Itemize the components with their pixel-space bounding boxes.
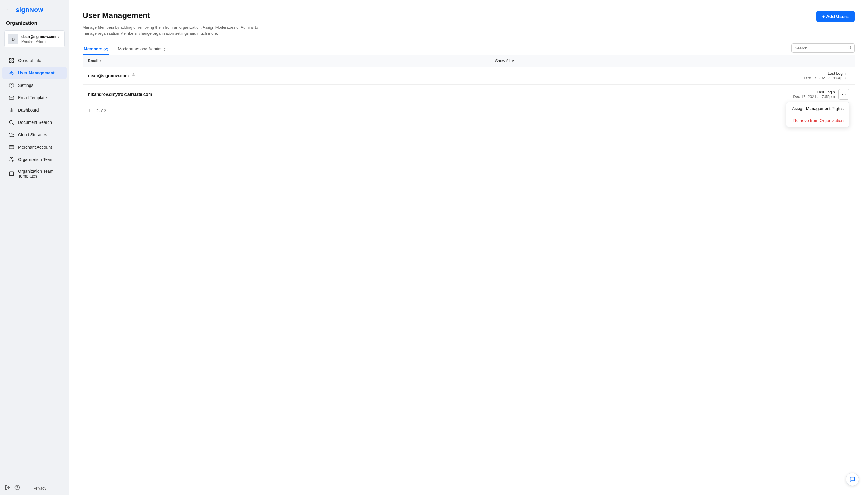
sidebar-bottom: ··· Privacy [0, 481, 69, 495]
user-card[interactable]: D dean@signnow.com ∨ Member | Admin [4, 31, 65, 47]
table-row: nikandrov.dmytro@airslate.com Last Login… [83, 85, 855, 104]
more-options-button[interactable]: ··· [838, 89, 849, 100]
page-title: User Management [83, 11, 150, 20]
svg-rect-15 [9, 172, 14, 176]
last-login-time: Dec 17, 2021 at 8:04pm [804, 76, 846, 80]
help-icon[interactable] [15, 485, 20, 491]
sidebar: ← signNow Organization D dean@signnow.co… [0, 0, 69, 495]
show-all-chevron-icon: ∨ [511, 58, 515, 63]
bar-chart-icon [8, 107, 15, 113]
svg-line-11 [12, 123, 13, 124]
show-all-button[interactable]: Show All ∨ [495, 58, 515, 63]
email-cell: dean@signnow.com [83, 67, 490, 85]
action-cell: ··· Assign Management Rights Remove from… [838, 89, 849, 100]
cloud-icon [8, 132, 15, 138]
sidebar-item-label: Email Template [18, 95, 47, 100]
user-email-cell: nikandrov.dmytro@airslate.com [88, 92, 152, 97]
sidebar-item-dashboard[interactable]: Dashboard [2, 104, 67, 116]
table-body: dean@signnow.com Last Login Dec 17, 2021… [83, 67, 855, 104]
envelope-icon [8, 95, 15, 101]
sidebar-item-cloud-storages[interactable]: Cloud Storages [2, 129, 67, 141]
tab-moderators-admins[interactable]: Moderators and Admins (1) [117, 44, 170, 55]
tab-count: (1) [164, 47, 169, 51]
sidebar-header: ← signNow [0, 0, 69, 17]
sidebar-item-label: Document Search [18, 120, 52, 125]
sidebar-divider [0, 52, 69, 52]
logout-icon[interactable] [5, 485, 10, 491]
add-users-button[interactable]: + Add Users [816, 11, 855, 22]
sidebar-item-label: User Management [18, 70, 55, 75]
user-email: dean@signnow.com ∨ [21, 35, 61, 39]
gear-icon [8, 82, 15, 88]
nav-items: General Info User Management Settings Em… [0, 54, 69, 182]
sidebar-item-merchant-account[interactable]: Merchant Account [2, 141, 67, 153]
sidebar-item-label: Merchant Account [18, 145, 52, 150]
tab-label: Members [84, 47, 102, 51]
chat-button[interactable] [846, 473, 859, 486]
svg-point-14 [10, 157, 12, 159]
search-icon [847, 46, 851, 51]
tab-search [792, 44, 855, 53]
sidebar-item-label: Cloud Storages [18, 132, 47, 137]
org-title: Organization [0, 17, 69, 29]
privacy-link[interactable]: Privacy [33, 486, 47, 491]
search-box[interactable] [792, 44, 855, 53]
dropdown-menu: Assign Management Rights Remove from Org… [786, 102, 849, 127]
avatar: D [8, 34, 18, 44]
email-column-header: Email ↑ [83, 55, 490, 67]
last-login-label: Last Login [804, 71, 846, 76]
chevron-down-icon: ∨ [57, 35, 60, 39]
template-icon [8, 171, 15, 177]
svg-point-21 [848, 46, 851, 49]
svg-rect-0 [9, 58, 11, 60]
tab-members[interactable]: Members (2) [83, 44, 109, 55]
sidebar-item-label: Settings [18, 83, 33, 88]
team-icon [8, 156, 15, 163]
search-icon [8, 119, 15, 125]
tab-count: (2) [103, 47, 108, 51]
sidebar-item-general-info[interactable]: General Info [2, 54, 67, 67]
pagination: 1 — 2 of 2 [83, 104, 855, 117]
show-all-column-header: Show All ∨ [490, 55, 855, 67]
login-cell: Last Login Dec 17, 2021 at 8:04pm [490, 67, 855, 85]
logo: signNow [16, 6, 44, 14]
table-row: dean@signnow.com Last Login Dec 17, 2021… [83, 67, 855, 85]
sidebar-item-email-template[interactable]: Email Template [2, 92, 67, 104]
sidebar-item-label: Organization Team Templates [18, 169, 60, 178]
email-cell: nikandrov.dmytro@airslate.com [83, 85, 490, 104]
sidebar-item-label: Organization Team [18, 157, 53, 162]
last-login-time: Dec 17, 2021 at 7:55pm [793, 95, 835, 99]
svg-rect-3 [12, 61, 14, 63]
sidebar-item-organization-team[interactable]: Organization Team [2, 153, 67, 166]
grid-icon [8, 57, 15, 64]
svg-rect-2 [9, 61, 11, 63]
user-roles: Member | Admin [21, 39, 61, 43]
sidebar-item-user-management[interactable]: User Management [2, 67, 67, 79]
back-button[interactable]: ← [5, 5, 13, 14]
svg-rect-1 [12, 58, 14, 60]
sidebar-item-label: General Info [18, 58, 41, 63]
svg-rect-12 [9, 146, 14, 149]
sidebar-item-settings[interactable]: Settings [2, 79, 67, 91]
user-info: dean@signnow.com ∨ Member | Admin [21, 35, 61, 43]
remove-from-organization-item[interactable]: Remove from Organization [786, 115, 849, 126]
person-icon [131, 73, 136, 79]
sidebar-item-document-search[interactable]: Document Search [2, 116, 67, 129]
more-dots-icon[interactable]: ··· [24, 485, 28, 491]
tab-label: Moderators and Admins [118, 47, 162, 51]
last-login-label: Last Login [793, 90, 835, 95]
main-content: User Management + Add Users Manage Membe… [69, 0, 868, 495]
svg-line-22 [850, 49, 851, 49]
sidebar-item-label: Dashboard [18, 108, 39, 113]
assign-management-rights-item[interactable]: Assign Management Rights [786, 102, 849, 115]
sort-icon[interactable]: ↑ [100, 59, 102, 63]
svg-point-10 [9, 120, 13, 124]
page-header: User Management + Add Users [83, 11, 855, 22]
tabs: Members (2)Moderators and Admins (1) [83, 44, 792, 54]
user-email-cell: dean@signnow.com [88, 73, 129, 78]
login-cell: Last Login Dec 17, 2021 at 7:55pm ··· As… [490, 85, 855, 104]
svg-point-23 [133, 73, 135, 75]
card-icon [8, 144, 15, 150]
sidebar-item-organization-team-templates[interactable]: Organization Team Templates [2, 166, 67, 182]
search-input[interactable] [795, 46, 845, 50]
